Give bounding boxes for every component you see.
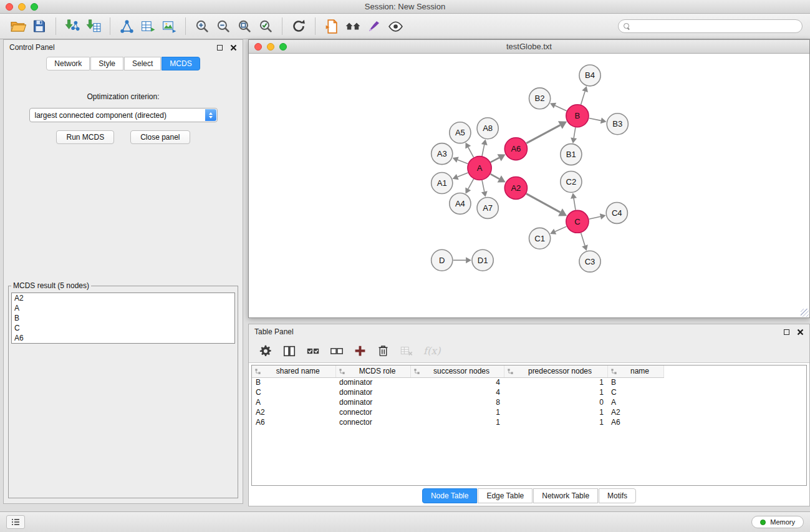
table-row[interactable]: A6connector11A6 bbox=[252, 417, 663, 427]
graph-node-C1[interactable]: C1 bbox=[529, 228, 551, 249]
graph-node-A7[interactable]: A7 bbox=[477, 197, 498, 218]
mcds-result-item[interactable]: A6 bbox=[12, 333, 234, 343]
column-header-predecessor-nodes[interactable]: predecessor nodes bbox=[504, 365, 607, 377]
column-header-successor-nodes[interactable]: successor nodes bbox=[410, 365, 504, 377]
mcds-result-list[interactable]: A2ABCA6 bbox=[11, 293, 235, 344]
tab-style[interactable]: Style bbox=[90, 57, 123, 70]
edge-B-B4[interactable] bbox=[581, 92, 586, 105]
delete-column-icon[interactable] bbox=[377, 344, 390, 357]
graph-node-C3[interactable]: C3 bbox=[579, 251, 600, 272]
edge-C-C1[interactable] bbox=[555, 226, 566, 231]
graph-node-A4[interactable]: A4 bbox=[450, 193, 471, 214]
minimize-window-button[interactable] bbox=[18, 3, 26, 11]
graph-node-B3[interactable]: B3 bbox=[607, 114, 628, 135]
edge-A-A3[interactable] bbox=[458, 160, 468, 163]
search-input[interactable] bbox=[634, 22, 797, 31]
close-table-panel-icon[interactable] bbox=[797, 329, 804, 336]
graph-node-C4[interactable]: C4 bbox=[606, 202, 627, 223]
add-column-icon[interactable] bbox=[354, 344, 367, 357]
table-row[interactable]: A2connector11A2 bbox=[252, 407, 663, 417]
edge-A-A4[interactable] bbox=[468, 179, 474, 189]
edge-C-C4[interactable] bbox=[589, 216, 600, 219]
save-session-button[interactable] bbox=[29, 16, 50, 36]
graph-node-D[interactable]: D bbox=[432, 249, 453, 271]
import-table-button[interactable] bbox=[83, 16, 104, 36]
deselect-all-icon[interactable] bbox=[330, 344, 344, 358]
graph-node-B2[interactable]: B2 bbox=[529, 88, 551, 109]
annotations-button[interactable] bbox=[364, 16, 385, 36]
close-window-button[interactable] bbox=[6, 3, 13, 11]
optimization-criterion-dropdown[interactable]: largest connected component (directed) bbox=[29, 108, 218, 122]
zoom-selected-button[interactable] bbox=[255, 16, 276, 36]
show-columns-icon[interactable] bbox=[282, 344, 296, 358]
edge-B-B3[interactable] bbox=[589, 118, 601, 121]
graph-node-A1[interactable]: A1 bbox=[432, 173, 453, 194]
edge-C-C2[interactable] bbox=[574, 198, 576, 210]
graph-node-C2[interactable]: C2 bbox=[561, 172, 582, 193]
graph-node-B1[interactable]: B1 bbox=[561, 144, 582, 165]
refresh-view-button[interactable] bbox=[288, 16, 309, 36]
graph-node-C[interactable]: C bbox=[566, 210, 589, 233]
graph-node-A3[interactable]: A3 bbox=[432, 143, 453, 165]
search-box[interactable] bbox=[618, 19, 803, 33]
graph-node-A2[interactable]: A2 bbox=[504, 177, 527, 200]
panel-menu-button[interactable] bbox=[6, 515, 25, 529]
zoom-in-button[interactable] bbox=[191, 16, 213, 36]
edge-A2-C[interactable] bbox=[526, 194, 560, 213]
edge-C-C3[interactable] bbox=[581, 233, 585, 245]
network-graph[interactable]: AA6A2BCA1A3A4A5A7A8B1B2B3B4C1C2C3C4DD1 bbox=[249, 54, 809, 317]
network-close-button[interactable] bbox=[254, 43, 262, 51]
close-panel-icon[interactable] bbox=[230, 44, 237, 51]
edge-A-A7[interactable] bbox=[482, 180, 485, 191]
column-header-shared-name[interactable]: shared name bbox=[252, 365, 335, 377]
column-header-name[interactable]: name bbox=[607, 365, 663, 377]
edge-A-A8[interactable] bbox=[482, 145, 485, 156]
table-row[interactable]: Cdominator41C bbox=[252, 387, 663, 397]
close-panel-button[interactable]: Close panel bbox=[130, 130, 190, 144]
float-table-panel-icon[interactable] bbox=[784, 329, 789, 335]
edge-B-B2[interactable] bbox=[555, 105, 567, 111]
edge-A-A6[interactable] bbox=[491, 158, 499, 162]
open-in-browser-button[interactable] bbox=[321, 16, 342, 36]
graph-node-A6[interactable]: A6 bbox=[504, 138, 527, 160]
memory-button[interactable]: Memory bbox=[751, 516, 804, 528]
export-image-button[interactable] bbox=[158, 16, 180, 36]
tab-mcds[interactable]: MCDS bbox=[162, 57, 200, 70]
network-window-titlebar[interactable]: testGlobe.txt bbox=[249, 40, 809, 54]
table-row[interactable]: Adominator80A bbox=[252, 397, 663, 407]
edge-A6-B[interactable] bbox=[526, 125, 560, 143]
node-table-container[interactable]: shared nameMCDS rolesuccessor nodesprede… bbox=[251, 365, 807, 486]
new-network-button[interactable] bbox=[116, 16, 137, 36]
network-maximize-button[interactable] bbox=[279, 43, 287, 51]
graph-node-A5[interactable]: A5 bbox=[450, 122, 471, 143]
edge-A-A2[interactable] bbox=[491, 174, 499, 179]
run-mcds-button[interactable]: Run MCDS bbox=[56, 130, 114, 144]
network-minimize-button[interactable] bbox=[267, 43, 274, 51]
graph-node-D1[interactable]: D1 bbox=[472, 249, 493, 271]
new-table-button[interactable] bbox=[137, 16, 158, 36]
import-network-button[interactable] bbox=[62, 16, 83, 36]
tab-select[interactable]: Select bbox=[124, 57, 161, 70]
select-all-icon[interactable] bbox=[306, 344, 320, 358]
float-panel-icon[interactable] bbox=[217, 45, 223, 51]
table-row[interactable]: Bdominator41B bbox=[252, 377, 663, 387]
maximize-window-button[interactable] bbox=[31, 3, 38, 11]
zoom-out-button[interactable] bbox=[213, 16, 234, 36]
graph-node-A8[interactable]: A8 bbox=[477, 118, 498, 139]
graph-node-B[interactable]: B bbox=[566, 105, 589, 127]
network-canvas[interactable]: AA6A2BCA1A3A4A5A7A8B1B2B3B4C1C2C3C4DD1 bbox=[249, 54, 809, 317]
column-header-MCDS-role[interactable]: MCDS role bbox=[335, 365, 410, 377]
resize-grip[interactable] bbox=[801, 309, 809, 317]
tab-node-table[interactable]: Node Table bbox=[422, 488, 478, 503]
edge-A-A5[interactable] bbox=[468, 147, 474, 157]
edge-B-B1[interactable] bbox=[574, 127, 576, 138]
tab-motifs[interactable]: Motifs bbox=[599, 488, 636, 503]
graph-node-B4[interactable]: B4 bbox=[579, 65, 600, 86]
mcds-result-item[interactable]: B bbox=[12, 313, 234, 323]
first-neighbors-button[interactable] bbox=[342, 16, 364, 36]
show-hide-graphics-button[interactable] bbox=[385, 16, 406, 36]
tab-edge-table[interactable]: Edge Table bbox=[478, 488, 533, 503]
zoom-fit-button[interactable] bbox=[234, 16, 255, 36]
edge-A-A1[interactable] bbox=[458, 173, 468, 177]
mcds-result-item[interactable]: A bbox=[12, 303, 234, 313]
